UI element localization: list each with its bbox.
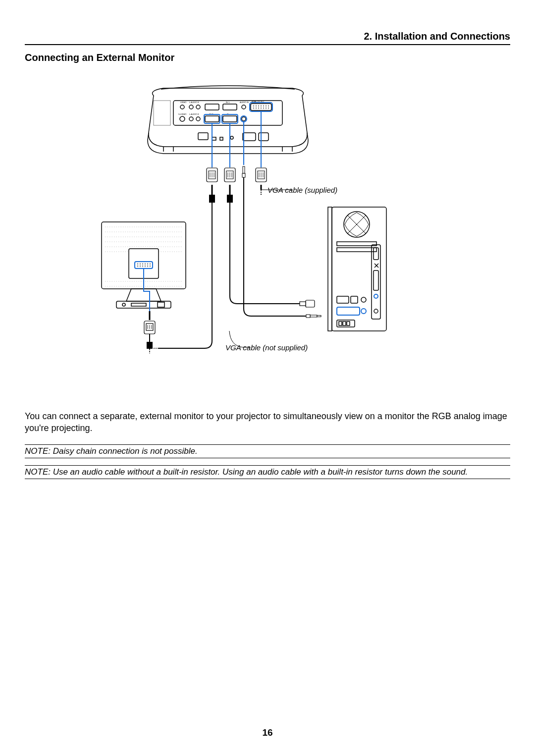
svg-point-28 [268,108,269,109]
svg-rect-39 [243,133,256,141]
svg-rect-33 [223,116,237,122]
port-label-audio-top: L AUDIO R [189,101,199,104]
svg-rect-36 [198,133,208,140]
svg-rect-115 [337,248,376,252]
svg-point-125 [361,309,366,314]
svg-point-92 [145,265,146,266]
svg-rect-37 [212,137,216,140]
svg-rect-61 [242,173,245,177]
svg-point-16 [256,107,257,108]
svg-rect-128 [343,322,346,325]
svg-rect-103 [131,303,146,306]
svg-point-31 [196,117,200,121]
svg-rect-62 [310,315,317,317]
svg-point-98 [145,266,146,267]
diagram-svg: VIDEO L AUDIO R S-VIDEO L AUDIO R OUT IN… [94,83,441,366]
svg-rect-129 [347,322,350,325]
connection-diagram: VIDEO L AUDIO R S-VIDEO L AUDIO R OUT IN… [25,83,510,380]
svg-point-94 [150,265,151,266]
svg-point-93 [147,265,148,266]
svg-rect-116 [372,245,380,319]
svg-point-88 [150,263,151,264]
svg-point-21 [268,107,269,108]
svg-rect-117 [374,248,378,260]
svg-point-2 [189,105,193,109]
svg-point-12 [263,105,264,106]
port-label-video: VIDEO [180,101,186,104]
svg-point-87 [147,263,148,264]
svg-point-17 [258,107,259,108]
svg-point-15 [253,107,254,108]
svg-point-27 [266,108,267,109]
svg-point-13 [266,105,267,106]
cables [153,112,321,348]
port-label-in1: IN 1 [226,101,230,104]
svg-rect-110 [147,342,153,349]
section-subheading: Connecting an External Monitor [25,52,510,63]
svg-rect-60 [243,166,245,173]
label-vga-not-supplied: VGA cable (not supplied) [225,343,308,352]
svg-point-119 [374,294,378,298]
svg-point-85 [142,263,143,264]
svg-point-41 [230,136,233,139]
page: 2. Installation and Connections Connecti… [0,0,535,756]
projector-icon [148,86,308,154]
svg-point-29 [180,116,185,121]
svg-point-97 [142,266,143,267]
svg-rect-114 [337,242,376,246]
svg-rect-59 [300,302,306,306]
svg-rect-5 [223,104,237,110]
label-vga-supplied: VGA cable (supplied) [268,186,337,194]
svg-point-20 [266,107,267,108]
svg-point-19 [263,107,264,108]
svg-point-18 [261,107,262,108]
svg-point-95 [137,266,138,267]
svg-rect-58 [306,300,315,307]
svg-point-120 [374,309,378,313]
svg-rect-38 [220,137,223,140]
svg-point-123 [361,297,366,302]
svg-point-22 [253,108,254,109]
svg-rect-4 [205,104,219,110]
svg-rect-124 [337,307,360,315]
computer-icon [328,207,386,331]
svg-point-96 [140,266,141,267]
port-label-audio-bottom: L AUDIO R [189,113,199,115]
svg-point-25 [261,108,262,109]
svg-point-84 [140,263,141,264]
svg-rect-121 [337,296,349,303]
svg-point-100 [150,266,151,267]
port-label-audio-in: AUDIO IN [240,101,249,104]
svg-point-90 [140,265,141,266]
body-paragraph: You can connect a separate, external mon… [25,410,510,434]
svg-rect-57 [227,195,233,203]
svg-point-8 [253,105,254,106]
svg-point-23 [256,108,257,109]
chapter-header: 2. Installation and Connections [25,31,510,45]
svg-rect-35 [154,101,170,125]
svg-rect-51 [209,195,215,203]
svg-rect-64 [317,316,321,317]
svg-point-102 [122,303,125,306]
svg-point-83 [137,263,138,264]
svg-point-14 [268,105,269,106]
svg-rect-40 [259,133,268,141]
svg-rect-63 [306,315,310,318]
svg-point-6 [242,105,246,109]
svg-rect-127 [339,322,342,325]
svg-point-30 [189,117,193,121]
svg-point-86 [145,263,146,264]
svg-point-9 [256,105,257,106]
note-1: NOTE: Daisy chain connection is not poss… [25,444,510,458]
svg-point-3 [196,105,200,109]
svg-point-99 [147,266,148,267]
svg-rect-122 [351,296,358,303]
svg-rect-32 [205,116,219,122]
svg-point-91 [142,265,143,266]
svg-point-34 [242,117,246,121]
svg-rect-104 [158,302,164,307]
svg-point-1 [180,105,184,109]
svg-point-10 [258,105,259,106]
svg-rect-118 [374,270,378,290]
svg-point-24 [258,108,259,109]
